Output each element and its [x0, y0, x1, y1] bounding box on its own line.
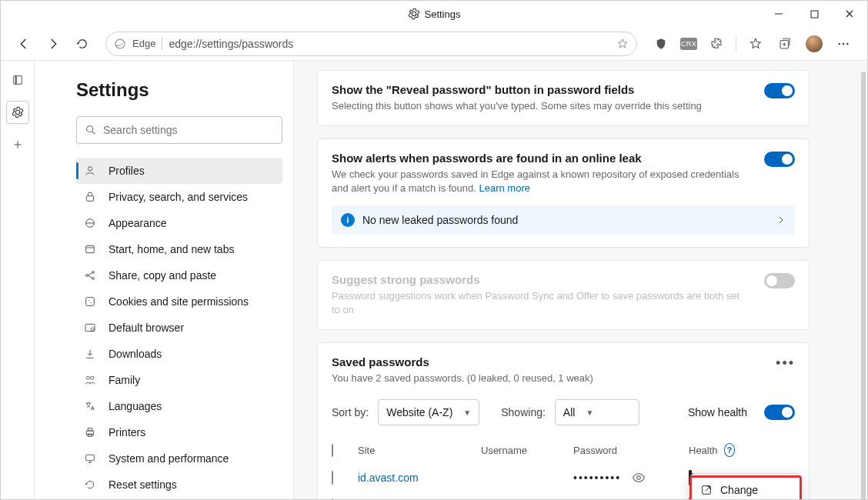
- sidebar-item-share[interactable]: Share, copy and paste: [76, 262, 282, 288]
- sidebar-item-reset[interactable]: Reset settings: [76, 472, 282, 498]
- sidebar-item-printers[interactable]: Printers: [76, 419, 282, 445]
- more-options-button[interactable]: •••: [776, 355, 795, 372]
- menu-item-change[interactable]: Change: [691, 477, 800, 499]
- more-menu-button[interactable]: [833, 34, 853, 54]
- svg-point-13: [86, 275, 88, 277]
- appearance-icon: [84, 217, 98, 229]
- sidebar-item-family[interactable]: Family: [76, 367, 282, 393]
- sidebar-item-system[interactable]: System and performance: [76, 445, 282, 472]
- profile-avatar[interactable]: [804, 34, 824, 54]
- select-all-checkbox[interactable]: [332, 444, 333, 457]
- edge-logo-icon: [114, 38, 126, 50]
- favorite-star-icon[interactable]: [616, 38, 629, 50]
- suggest-passwords-toggle: [764, 273, 795, 288]
- show-health-toggle[interactable]: [764, 405, 795, 420]
- svg-point-4: [843, 42, 844, 44]
- svg-point-14: [92, 272, 95, 274]
- content-scrollbar[interactable]: [861, 72, 866, 499]
- sidebar-item-label: Default browser: [108, 322, 184, 334]
- sidebar-item-label: Share, copy and paste: [108, 269, 216, 282]
- address-scheme-label: Edge: [132, 38, 155, 49]
- show-health-label: Show health: [688, 406, 747, 418]
- settings-content: Show the "Reveal password" button in pas…: [293, 61, 867, 499]
- leak-alerts-toggle[interactable]: [764, 152, 795, 167]
- svg-rect-26: [86, 455, 95, 460]
- window-maximize-button[interactable]: [796, 1, 832, 27]
- settings-sidebar: Settings Profiles Privacy, search, and s…: [35, 61, 293, 499]
- svg-rect-6: [13, 76, 22, 85]
- eye-icon[interactable]: [632, 471, 646, 485]
- sidebar-item-start-home[interactable]: Start, home, and new tabs: [76, 236, 282, 262]
- svg-point-22: [91, 376, 94, 379]
- sidebar-item-cookies[interactable]: Cookies and site permissions: [76, 288, 282, 315]
- learn-more-link[interactable]: Learn more: [479, 182, 530, 194]
- showing-select[interactable]: All ▼: [555, 399, 639, 425]
- svg-rect-12: [86, 245, 95, 252]
- row-checkbox[interactable]: [332, 471, 333, 485]
- help-icon[interactable]: ?: [724, 443, 735, 457]
- window-minimize-button[interactable]: [761, 1, 796, 27]
- sidebar-item-languages[interactable]: Languages: [76, 393, 282, 419]
- forward-button[interactable]: [41, 32, 65, 56]
- sidebar-item-appearance[interactable]: Appearance: [76, 210, 282, 236]
- col-username: Username: [481, 445, 573, 456]
- card-subtitle: We check your passwords saved in Edge ag…: [332, 168, 749, 195]
- svg-point-8: [87, 126, 93, 132]
- leak-status-banner[interactable]: i No new leaked passwords found: [332, 205, 795, 235]
- settings-tab-icon[interactable]: [6, 101, 29, 124]
- extensions-puzzle-icon[interactable]: [706, 34, 726, 54]
- svg-point-9: [88, 167, 92, 171]
- col-site: Site: [358, 445, 481, 456]
- sidebar-item-profiles[interactable]: Profiles: [76, 158, 282, 184]
- address-url: edge://settings/passwords: [169, 38, 610, 50]
- suggest-passwords-card: Suggest strong passwords Password sugges…: [317, 260, 810, 330]
- cookie-icon: [84, 295, 98, 308]
- refresh-button[interactable]: [70, 32, 95, 56]
- svg-point-3: [839, 42, 840, 44]
- sidebar-item-label: Reset settings: [108, 478, 177, 491]
- browser-icon: [84, 322, 98, 334]
- eye-icon[interactable]: [632, 498, 646, 499]
- sidebar-item-label: Appearance: [108, 217, 167, 229]
- svg-point-29: [637, 476, 641, 480]
- row-checkbox[interactable]: [332, 498, 333, 499]
- address-bar[interactable]: Edge edge://settings/passwords: [105, 32, 637, 56]
- back-button[interactable]: [12, 32, 36, 56]
- settings-search-box[interactable]: [76, 116, 282, 144]
- share-icon: [84, 269, 98, 282]
- card-subtitle: Password suggestions work when Password …: [332, 289, 749, 317]
- sidebar-item-privacy[interactable]: Privacy, search, and services: [76, 184, 282, 210]
- sidebar-item-default-browser[interactable]: Default browser: [76, 315, 282, 341]
- card-title: Suggest strong passwords: [332, 273, 749, 286]
- new-tab-plus-icon[interactable]: [6, 133, 29, 156]
- collections-icon[interactable]: [775, 34, 795, 54]
- sidebar-item-label: Downloads: [108, 348, 162, 360]
- leak-alerts-card: Show alerts when passwords are found in …: [317, 138, 810, 247]
- sidebar-item-label: Profiles: [108, 165, 145, 177]
- settings-search-input[interactable]: [103, 124, 274, 136]
- external-link-icon: [700, 484, 713, 496]
- settings-heading: Settings: [76, 79, 282, 101]
- vertical-tab-strip: [1, 61, 35, 499]
- sidebar-item-phone[interactable]: Phone and other devices: [76, 498, 282, 499]
- sort-by-select[interactable]: Website (A-Z) ▼: [378, 399, 479, 425]
- window-close-button[interactable]: [832, 1, 867, 27]
- password-context-menu: Change Copy password Edit: [690, 473, 801, 499]
- window-titlebar: Settings: [1, 1, 867, 27]
- svg-point-20: [91, 328, 94, 331]
- favorites-star-plus-icon[interactable]: [746, 34, 766, 54]
- svg-point-18: [91, 302, 92, 303]
- crx-extension-icon[interactable]: CRX: [680, 38, 697, 50]
- sidebar-item-downloads[interactable]: Downloads: [76, 341, 282, 367]
- search-icon: [85, 124, 97, 136]
- sidebar-item-label: Privacy, search, and services: [108, 191, 248, 203]
- tab-actions-icon[interactable]: [6, 68, 29, 92]
- col-password: Password: [573, 445, 689, 456]
- svg-point-17: [88, 300, 88, 301]
- sidebar-item-label: Family: [108, 374, 140, 386]
- shield-extension-icon[interactable]: [651, 34, 671, 54]
- svg-rect-10: [86, 196, 93, 202]
- download-icon: [84, 348, 98, 360]
- site-link[interactable]: id.avast.com: [358, 472, 481, 484]
- reveal-password-toggle[interactable]: [764, 83, 795, 98]
